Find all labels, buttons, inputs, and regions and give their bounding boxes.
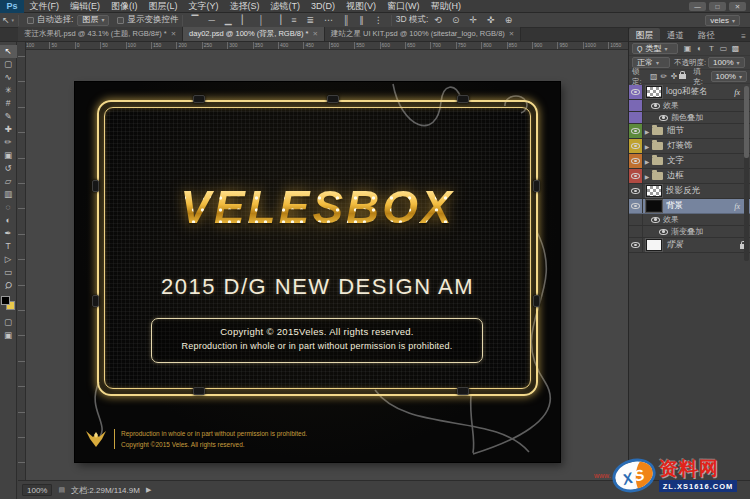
filter-shape-layers-icon[interactable]: ▭ [718,44,729,53]
lock-transparent-pixels-icon[interactable]: ▨ [649,72,658,81]
eraser-tool[interactable]: ▱ [0,175,17,188]
eye-icon[interactable] [631,242,640,248]
tool-preset-arrow-icon[interactable]: ▾ [12,17,15,23]
layer-row-背景[interactable]: 背景fx▴ [629,199,750,214]
filter-smart-objects-icon[interactable]: ▩ [730,44,741,53]
panel-scrollbar[interactable] [744,86,749,261]
layer-row-背景[interactable]: 背景 [629,238,750,253]
layer-group-row-文字[interactable]: ▶文字 [629,154,750,169]
3d-scale-icon[interactable]: ⊕ [503,15,515,25]
distribute-top-icon[interactable]: ≡ [289,15,298,25]
screen-mode-button[interactable]: ▣ [0,329,17,342]
layer-group-row-细节[interactable]: ▶细节 [629,124,750,139]
status-options-arrow-icon[interactable]: ▶ [146,486,151,494]
effect-row-颜色叠加[interactable]: 颜色叠加 [629,112,750,124]
menu-item-编辑[interactable]: 编辑(E) [65,0,106,12]
effects-row[interactable]: 效果 [629,214,750,226]
lock-position-icon[interactable]: ✜ [669,72,678,81]
tab-close-icon[interactable]: ✕ [171,30,176,38]
eye-icon[interactable] [631,203,640,209]
distribute-bottom-icon[interactable]: ⋯ [322,15,335,25]
auto-select-checkbox[interactable] [27,17,34,24]
distribute-left-icon[interactable]: ║ [341,15,351,25]
filter-type-layers-icon[interactable]: T [706,44,717,53]
menu-item-图层[interactable]: 图层(L) [143,0,183,12]
align-horizontal-centers-icon[interactable]: │ [257,15,267,25]
3d-drag-icon[interactable]: ✛ [468,15,480,25]
zoom-level-field[interactable]: 100% [22,484,52,496]
eye-icon[interactable] [651,103,660,109]
3d-slide-icon[interactable]: ✜ [485,15,497,25]
align-left-edges-icon[interactable]: ▏ [240,15,251,25]
tab-close-icon[interactable]: ✕ [509,30,514,38]
eye-icon[interactable] [631,173,640,179]
move-tool-icon[interactable]: ↖ [0,15,12,25]
menu-item-文件[interactable]: 文件(F) [24,0,65,12]
maximize-button[interactable]: □ [709,2,726,11]
eye-icon[interactable] [651,217,660,223]
move-tool[interactable]: ↖ [0,45,17,58]
align-top-edges-icon[interactable]: ▔ [189,15,200,25]
expand-arrow-icon[interactable]: ▶ [643,173,651,180]
close-button[interactable]: ✕ [729,2,746,11]
expand-arrow-icon[interactable]: ▶ [643,128,651,135]
menu-item-窗口[interactable]: 窗口(W) [382,0,426,12]
fill-dropdown[interactable]: 100%▾ [711,71,747,82]
menu-item-视图[interactable]: 视图(V) [341,0,382,12]
eye-icon[interactable] [631,89,640,95]
3d-roll-icon[interactable]: ⊙ [450,15,462,25]
canvas-area[interactable]: VELESBOX 2015 D/G NEW DESIGN AM Copyrigh… [26,50,628,480]
layer-group-row-灯装饰[interactable]: ▶灯装饰 [629,139,750,154]
expand-arrow-icon[interactable]: ▶ [643,143,651,150]
clone-stamp-tool[interactable]: ▣ [0,149,17,162]
layer-row-投影反光[interactable]: 投影反光 [629,184,750,199]
layer-row-logo和签名[interactable]: logo和签名fx▴ [629,85,750,100]
filter-type-dropdown[interactable]: Ϙ 类型▾ [632,43,678,54]
document-tab-1[interactable]: 变迁水果机.psd @ 43.1% (主题, RGB/8#) *✕ [18,27,183,41]
align-vertical-centers-icon[interactable]: ─ [206,15,216,25]
eyedropper-tool[interactable]: ✎ [0,110,17,123]
menu-item-图像[interactable]: 图像(I) [106,0,144,12]
menu-item-3D[interactable]: 3D(D) [306,0,341,12]
menu-item-选择[interactable]: 选择(S) [224,0,265,12]
fx-badge[interactable]: fx [734,88,742,97]
foreground-color-swatch[interactable] [1,296,10,305]
type-tool[interactable]: T [0,240,17,253]
panel-tab-通道[interactable]: 通道 [660,28,691,41]
visibility-toggle[interactable] [629,85,643,99]
align-bottom-edges-icon[interactable]: ▁ [223,15,234,25]
distribute-horizontal-icon[interactable]: ∥ [357,15,366,25]
panel-tab-图层[interactable]: 图层 [629,28,660,41]
distribute-vertical-icon[interactable]: ≣ [304,15,316,25]
blur-tool[interactable]: ◌ [0,201,17,214]
effect-row-渐变叠加[interactable]: 渐变叠加 [629,226,750,238]
lasso-tool[interactable]: ∿ [0,71,17,84]
visibility-toggle[interactable] [629,169,643,183]
gradient-tool[interactable]: ▥ [0,188,17,201]
expand-arrow-icon[interactable]: ▶ [643,158,651,165]
menu-item-帮助[interactable]: 帮助(H) [425,0,467,12]
visibility-toggle[interactable] [629,124,643,138]
eye-icon[interactable] [631,188,640,194]
show-transform-checkbox[interactable] [117,17,124,24]
align-right-edges-icon[interactable]: ▕ [272,15,283,25]
marquee-tool[interactable]: ▢ [0,58,17,71]
crop-tool[interactable]: # [0,97,17,110]
eye-icon[interactable] [659,115,668,121]
eye-icon[interactable] [631,143,640,149]
visibility-toggle[interactable] [629,154,643,168]
panel-menu-icon[interactable]: ≡ [741,32,750,41]
eye-icon[interactable] [631,128,640,134]
menu-item-滤镜[interactable]: 滤镜(T) [265,0,306,12]
lock-image-pixels-icon[interactable]: ✏ [659,72,668,81]
quick-selection-tool[interactable]: ✳ [0,84,17,97]
horizontal-ruler[interactable]: 1005005010015020025030035040045050055060… [18,42,628,50]
opacity-dropdown[interactable]: 100%▾ [708,57,744,68]
eye-icon[interactable] [659,229,668,235]
workspace-dropdown[interactable]: veles▾ [705,15,740,26]
vertical-ruler[interactable] [18,50,26,480]
visibility-toggle[interactable] [629,139,643,153]
menu-item-文字[interactable]: 文字(Y) [183,0,224,12]
document-tab-3[interactable]: 建站之星 UI KIT.psd @ 100% (sitestar_logo, R… [325,27,521,41]
healing-brush-tool[interactable]: ✚ [0,123,17,136]
